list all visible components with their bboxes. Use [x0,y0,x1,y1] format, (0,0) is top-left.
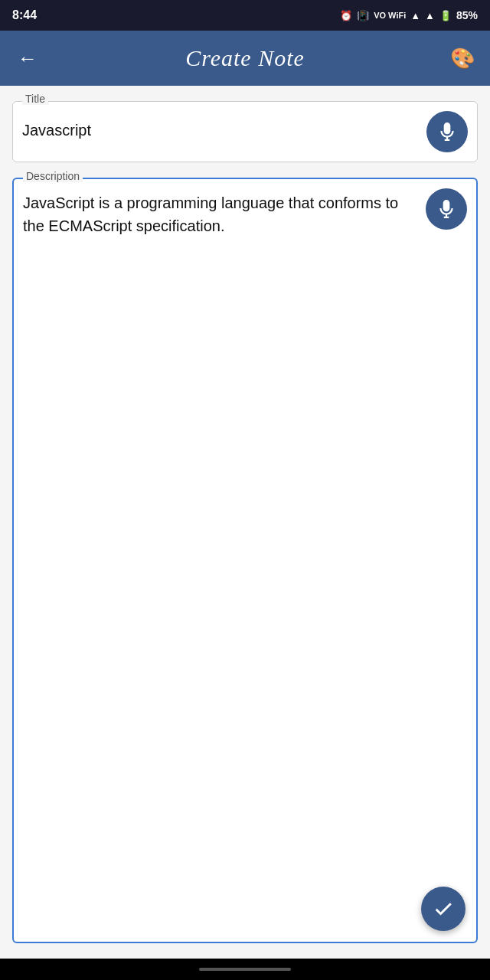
mic-icon-description [436,199,456,219]
alarm-icon: ⏰ [340,10,352,21]
description-field-row: JavaScript is a programming language tha… [23,185,467,721]
title-input[interactable] [22,114,419,147]
title-label: Title [22,93,48,105]
back-button[interactable]: ← [12,43,43,74]
title-mic-button[interactable] [426,111,468,152]
wifi-icon: ▲ [410,10,420,21]
bottom-bar [0,959,490,980]
description-mic-button[interactable] [426,188,467,230]
status-time: 8:44 [12,8,37,22]
check-icon [433,898,454,920]
description-label: Description [23,170,83,182]
description-field-container: Description JavaScript is a programming … [12,178,478,943]
app-bar-title: Create Note [185,45,305,71]
status-icons: ⏰ 📳 VO WiFi ▲ ▲ 🔋 85% [340,9,478,21]
description-input[interactable]: JavaScript is a programming language tha… [23,185,418,721]
palette-button[interactable]: 🎨 [447,43,478,74]
app-bar: ← Create Note 🎨 [0,31,490,86]
wifi-calling-icon: VO WiFi [374,11,406,20]
title-field-row [22,108,468,152]
title-field-container: Title [12,101,478,162]
vibrate-icon: 📳 [357,10,369,21]
content-area: Title Description JavaScript is a progra… [0,86,490,959]
mic-icon [437,122,457,142]
save-button[interactable] [421,887,466,931]
battery-percent: 85% [456,9,478,21]
battery-icon: 🔋 [439,10,452,21]
signal-icon: ▲ [425,10,435,21]
home-indicator [199,968,291,971]
status-bar: 8:44 ⏰ 📳 VO WiFi ▲ ▲ 🔋 85% [0,0,490,31]
